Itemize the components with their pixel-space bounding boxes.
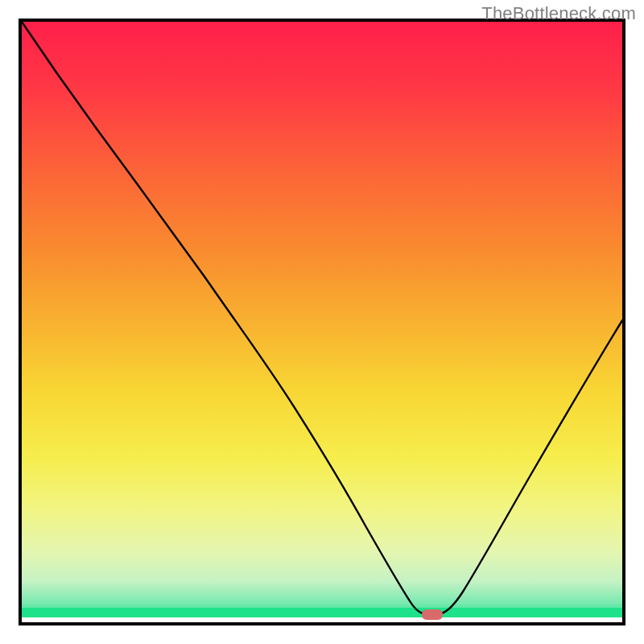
attribution-text: TheBottleneck.com bbox=[481, 3, 636, 24]
bottleneck-chart bbox=[0, 0, 644, 644]
chart-background-gradient bbox=[22, 22, 622, 617]
chart-baseline-band bbox=[22, 608, 622, 617]
optimum-marker bbox=[422, 609, 443, 620]
